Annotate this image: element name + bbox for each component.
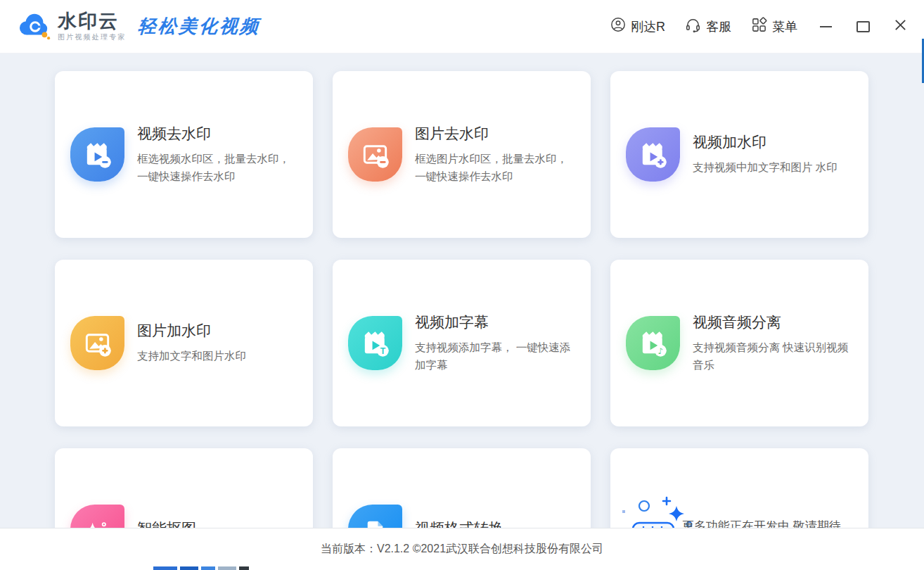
- menu-button[interactable]: 菜单: [751, 17, 797, 37]
- footer-bar: 当前版本：V2.1.2 ©2021武汉联合创想科技股份有限公司: [0, 528, 924, 570]
- app-logo: 水印云 图片视频处理专家 轻松美化视频: [17, 10, 260, 44]
- feature-card-smart-cutout[interactable]: 智能抠图: [55, 448, 313, 528]
- background-window-sliver: [153, 566, 249, 570]
- app-tagline: 轻松美化视频: [136, 14, 260, 39]
- svg-text:T: T: [380, 346, 386, 356]
- image-remove-watermark-icon: [348, 127, 402, 182]
- video-add-watermark-icon: [626, 127, 680, 182]
- close-button[interactable]: [893, 20, 907, 34]
- app-slogan-small: 图片视频处理专家: [58, 34, 127, 41]
- feature-card-image-add-watermark[interactable]: 图片加水印支持加文字和图片水印: [55, 260, 313, 426]
- svg-text:♪: ♪: [658, 346, 664, 356]
- card-title: 智能抠图: [137, 519, 196, 529]
- card-description: 支持加文字和图片水印: [137, 348, 246, 365]
- card-title: 视频加水印: [693, 132, 838, 152]
- card-description: 框选视频水印区，批量去水印， 一键快速操作去水印: [137, 151, 299, 184]
- user-icon: [610, 17, 626, 36]
- card-description: 支持视频添加字幕， 一键快速添加字幕: [415, 339, 577, 373]
- version-text: 当前版本：V2.1.2 ©2021武汉联合创想科技股份有限公司: [321, 542, 603, 557]
- customer-service-button[interactable]: 客服: [685, 17, 731, 37]
- customer-service-label: 客服: [706, 18, 731, 35]
- card-title: 图片加水印: [137, 321, 246, 341]
- minimize-icon: [820, 26, 832, 27]
- app-name: 水印云: [58, 12, 127, 31]
- card-description: 支持视频音频分离 快速识别视频音乐: [693, 339, 854, 373]
- card-title: 视频加字幕: [415, 312, 577, 332]
- feature-card-video-add-subtitle[interactable]: T视频加字幕支持视频添加字幕， 一键快速添加字幕: [333, 260, 591, 426]
- video-audio-split-icon: ♪: [626, 316, 680, 370]
- video-remove-watermark-icon: [70, 127, 124, 182]
- user-name: 刚达R: [631, 18, 665, 35]
- cloud-logo-icon: [17, 10, 52, 44]
- feature-card-video-remove-watermark[interactable]: 视频去水印框选视频水印区，批量去水印， 一键快速操作去水印: [55, 71, 313, 238]
- close-icon: [894, 18, 907, 34]
- grid-menu-icon: [751, 17, 767, 37]
- card-title: 视频格式转换: [415, 519, 503, 529]
- smart-cutout-icon: [70, 505, 124, 528]
- coming-soon-text: 更多功能正在开发中 敬请期待: [682, 518, 841, 528]
- maximize-button[interactable]: [856, 20, 870, 34]
- coming-soon-card[interactable]: 更多功能正在开发中 敬请期待: [610, 448, 868, 528]
- feature-card-video-audio-split[interactable]: ♪视频音频分离支持视频音频分离 快速识别视频音乐: [610, 260, 868, 426]
- card-title: 图片去水印: [415, 124, 577, 144]
- card-description: 框选图片水印区，批量去水印， 一键快速操作去水印: [415, 151, 577, 184]
- menu-label: 菜单: [772, 18, 797, 35]
- card-description: 支持视频中加文字和图片 水印: [693, 159, 838, 176]
- image-add-watermark-icon: [70, 316, 124, 370]
- card-title: 视频去水印: [137, 124, 299, 144]
- video-add-subtitle-icon: T: [348, 316, 402, 370]
- maximize-icon: [856, 21, 870, 32]
- headset-icon: [685, 17, 701, 37]
- title-bar: 水印云 图片视频处理专家 轻松美化视频 刚达R: [0, 0, 924, 53]
- feature-card-video-add-watermark[interactable]: 视频加水印支持视频中加文字和图片 水印: [610, 71, 868, 238]
- feature-card-grid: 视频去水印框选视频水印区，批量去水印， 一键快速操作去水印图片去水印框选图片水印…: [55, 71, 869, 528]
- user-account-button[interactable]: 刚达R: [610, 17, 665, 36]
- feature-card-image-remove-watermark[interactable]: 图片去水印框选图片水印区，批量去水印， 一键快速操作去水印: [333, 71, 591, 238]
- main-content: 视频去水印框选视频水印区，批量去水印， 一键快速操作去水印图片去水印框选图片水印…: [0, 53, 924, 528]
- video-format-convert-icon: [348, 505, 402, 528]
- card-title: 视频音频分离: [693, 312, 854, 332]
- feature-card-video-format-convert[interactable]: 视频格式转换: [333, 448, 591, 528]
- minimize-button[interactable]: [819, 20, 833, 34]
